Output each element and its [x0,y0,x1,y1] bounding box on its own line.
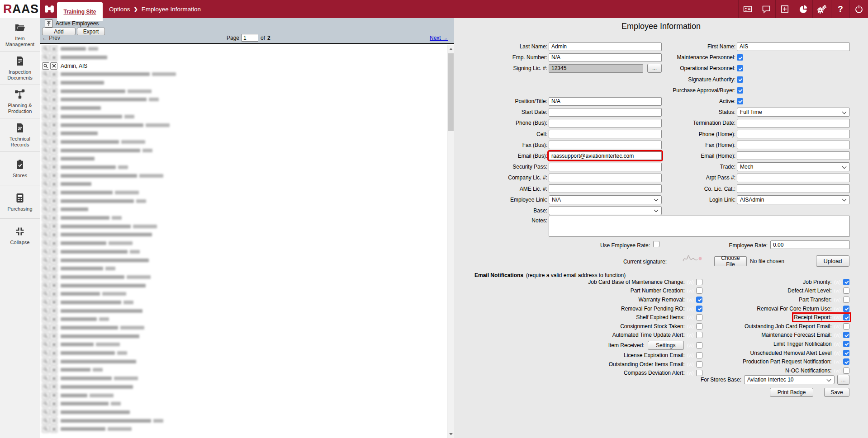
delete-employee-icon[interactable] [50,147,57,154]
employee-row[interactable] [40,163,447,172]
first-name-input[interactable]: AIS [737,42,850,51]
limit-trigger-notification-checkbox[interactable] [843,341,849,347]
export-button[interactable]: Export [77,28,105,35]
view-employee-icon[interactable] [42,45,49,52]
job-priority-checkbox[interactable] [843,279,849,285]
employee-row[interactable] [40,70,447,79]
view-employee-icon[interactable] [42,333,49,340]
delete-employee-icon[interactable] [50,392,57,399]
stores-base-ellipsis-button[interactable]: ... [837,375,849,385]
delete-employee-icon[interactable] [50,231,57,238]
delete-employee-icon[interactable] [50,104,57,112]
employee-rate-input[interactable]: 0.00 [770,240,850,249]
tab-training-site[interactable]: Training Site [57,2,103,21]
trade-select[interactable]: Mech [737,162,850,171]
view-employee-icon[interactable] [42,155,49,162]
view-employee-icon[interactable] [42,79,49,86]
delete-employee-icon[interactable] [50,383,57,391]
employee-row[interactable] [40,214,447,222]
termination-date-input[interactable] [737,119,850,127]
view-employee-icon[interactable] [42,104,49,112]
employee-row[interactable] [40,222,447,231]
employee-row[interactable] [40,188,447,197]
list-scrollbar[interactable] [447,45,454,438]
employee-row[interactable] [40,197,447,205]
delete-employee-icon[interactable] [50,400,57,407]
signing-lic-ellipsis-button[interactable]: ... [647,64,662,73]
phone-bus-input[interactable] [549,119,662,127]
delete-employee-icon[interactable] [50,358,57,365]
removal-for-core-return-use-checkbox[interactable] [843,306,849,312]
choose-file-button[interactable]: Choose File [714,256,747,266]
employee-row[interactable] [40,180,447,188]
employee-row[interactable] [40,374,447,383]
start-date-input[interactable] [549,108,662,117]
delete-employee-icon[interactable] [50,45,57,52]
delete-employee-icon[interactable] [50,257,57,264]
delete-employee-icon[interactable] [50,155,57,162]
view-employee-icon[interactable] [42,231,49,238]
sidebar-item-technical-records[interactable]: Technical Records [0,118,40,152]
part-transfer-checkbox[interactable] [843,297,849,303]
view-employee-icon[interactable] [42,147,49,154]
add-button[interactable]: Add [42,28,76,35]
employee-row[interactable] [40,391,447,400]
delete-employee-icon[interactable] [50,349,57,357]
employee-row[interactable] [40,425,447,433]
view-employee-icon[interactable] [42,316,49,323]
base-select[interactable] [549,206,662,215]
position-title-input[interactable]: N/A [549,97,662,106]
delete-employee-icon[interactable] [50,248,57,255]
upload-button[interactable]: Upload [816,255,849,267]
pie-chart-icon[interactable] [794,0,812,18]
sidebar-item-purchasing[interactable]: Purchasing [0,185,40,219]
power-icon[interactable] [849,0,868,18]
delete-employee-icon[interactable] [50,417,57,424]
view-employee-icon[interactable] [42,240,49,247]
employee-row[interactable] [40,95,447,104]
cell-input[interactable] [549,130,662,138]
unscheduled-removal-alert-level-checkbox[interactable] [843,350,849,356]
view-employee-icon[interactable] [42,122,49,129]
delete-employee-icon[interactable] [50,375,57,382]
sidebar-item-stores[interactable]: Stores [0,152,40,185]
delete-employee-icon[interactable] [50,290,57,297]
employee-row-selected[interactable]: Admin, AIS [40,61,447,70]
view-employee-icon[interactable] [42,54,49,61]
delete-employee-icon[interactable] [50,198,57,205]
production-part-request-notification-checkbox[interactable] [843,358,849,365]
scroll-down-icon[interactable] [447,430,454,438]
view-employee-icon[interactable] [42,400,49,407]
employee-row[interactable] [40,171,447,180]
employee-row[interactable] [40,87,447,95]
n-oc-notifications-checkbox[interactable] [843,367,849,374]
view-employee-icon[interactable] [42,172,49,179]
delete-employee-icon[interactable] [50,409,57,416]
employee-row[interactable] [40,306,447,315]
delete-employee-icon[interactable] [50,88,57,95]
delete-employee-icon[interactable] [50,130,57,137]
delete-employee-icon[interactable] [50,341,57,348]
view-employee-icon[interactable] [42,341,49,348]
delete-employee-icon[interactable] [50,164,57,171]
settings-gears-icon[interactable] [812,0,831,18]
employee-row[interactable] [40,121,447,129]
delete-employee-icon[interactable] [50,324,57,331]
next-page-link[interactable]: Next → [430,35,448,41]
view-employee-icon[interactable] [42,409,49,416]
fax-home-input[interactable] [737,141,850,149]
employee-row[interactable] [40,324,447,332]
delete-employee-icon[interactable] [50,54,57,61]
print-badge-button[interactable]: Print Badge [770,388,813,397]
delete-employee-icon[interactable] [50,333,57,340]
delete-employee-icon[interactable] [50,96,57,103]
maintenance-personnel-checkbox[interactable] [737,54,743,61]
delete-employee-icon[interactable] [50,180,57,188]
view-employee-icon[interactable] [42,324,49,331]
employee-row[interactable] [40,416,447,425]
delete-employee-icon[interactable] [50,62,57,70]
employee-row[interactable] [40,256,447,264]
defect-alert-level-checkbox[interactable] [843,287,849,294]
ame-lic-input[interactable] [549,184,662,193]
view-employee-icon[interactable] [42,358,49,365]
